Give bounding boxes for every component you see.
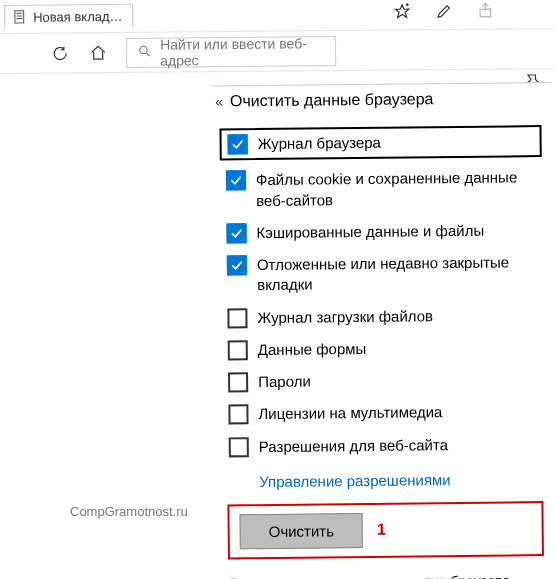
clear-button-row: Очистить 1 [227, 501, 544, 559]
panel-header: « Очистить данные браузера [211, 83, 551, 125]
item-tabs[interactable]: Отложенные или недавно закрытые вкладки [227, 246, 544, 302]
clear-button[interactable]: Очистить [240, 513, 364, 549]
item-cached[interactable]: Кэшированные данные и файлы [226, 214, 542, 250]
item-label: Отложенные или недавно закрытые вкладки [257, 252, 543, 295]
item-label: Журнал браузера [258, 133, 381, 155]
item-browsing-history[interactable]: Журнал браузера [219, 125, 541, 161]
manage-permissions-link[interactable]: Управление разрешениями [229, 460, 545, 504]
annotation-number: 1 [377, 521, 386, 539]
watermark: CompGramotnost.ru [70, 504, 188, 519]
item-label: Журнал загрузки файлов [257, 306, 433, 328]
refresh-icon[interactable] [50, 43, 70, 63]
item-label: Данные формы [258, 339, 367, 360]
always-clear-text: Всегда удалять это при закрытии браузера [216, 564, 555, 579]
checkbox[interactable] [226, 170, 246, 190]
checkbox[interactable] [227, 255, 247, 275]
item-media-licenses[interactable]: Лицензии на мультимедиа [228, 395, 544, 431]
item-site-permissions[interactable]: Разрешения для веб-сайта [229, 428, 545, 464]
svg-rect-0 [15, 11, 24, 23]
home-icon[interactable] [88, 43, 108, 63]
item-passwords[interactable]: Пароли [228, 363, 544, 399]
pen-icon[interactable] [435, 2, 453, 20]
checkbox-list: Журнал браузера Файлы cookie и сохраненн… [211, 121, 555, 504]
search-icon [137, 43, 152, 61]
checkbox[interactable] [228, 404, 248, 424]
address-bar[interactable]: Найти или ввести веб-адрес [126, 36, 336, 68]
checkbox[interactable] [228, 340, 248, 360]
item-label: Пароли [258, 372, 311, 393]
page-icon [13, 10, 27, 24]
item-cookies[interactable]: Файлы cookie и сохраненные данные веб-са… [226, 161, 543, 217]
checkbox[interactable] [229, 437, 249, 457]
svg-marker-4 [395, 5, 409, 18]
favorite-icon[interactable] [393, 2, 411, 20]
item-label: Лицензии на мультимедиа [258, 402, 442, 424]
back-icon[interactable]: « [215, 93, 220, 109]
svg-line-9 [147, 53, 150, 56]
checkbox[interactable] [228, 134, 248, 154]
tab-title: Новая вклад… [33, 8, 123, 24]
address-placeholder: Найти или ввести веб-адрес [160, 35, 325, 68]
toolbar: Найти или ввести веб-адрес [0, 29, 555, 74]
clear-data-panel: « Очистить данные браузера Журнал браузе… [211, 82, 555, 579]
item-form-data[interactable]: Данные формы [228, 331, 544, 367]
panel-title: Очистить данные браузера [230, 90, 434, 110]
checkbox[interactable] [228, 372, 248, 392]
browser-tab[interactable]: Новая вклад… [4, 3, 134, 28]
svg-point-8 [140, 46, 148, 54]
top-icons [393, 2, 495, 21]
item-downloads[interactable]: Журнал загрузки файлов [227, 299, 543, 335]
checkbox[interactable] [227, 308, 247, 328]
item-label: Файлы cookie и сохраненные данные веб-са… [256, 167, 542, 210]
item-label: Разрешения для веб-сайта [259, 435, 448, 457]
checkbox[interactable] [226, 223, 246, 243]
item-label: Кэшированные данные и файлы [256, 220, 484, 243]
share-icon[interactable] [477, 2, 495, 20]
